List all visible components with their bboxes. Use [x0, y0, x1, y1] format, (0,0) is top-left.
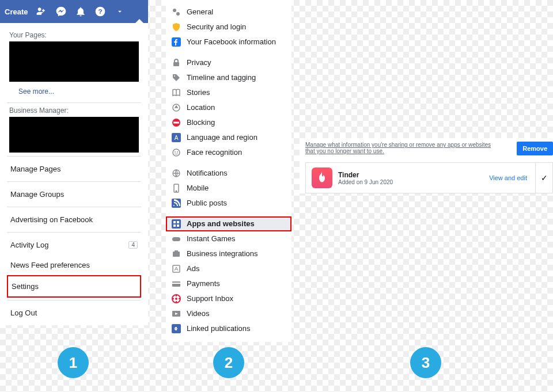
divider	[7, 300, 141, 300]
svg-rect-22	[173, 224, 176, 227]
nav-timeline[interactable]: Timeline and tagging	[166, 70, 291, 85]
svg-rect-25	[173, 252, 180, 257]
step-badge-1: 1	[58, 347, 89, 378]
svg-point-17	[176, 191, 177, 192]
linked-icon	[172, 324, 181, 333]
nav-label: Linked publications	[187, 324, 251, 333]
svg-rect-26	[175, 250, 178, 252]
see-more-link[interactable]: See more...	[7, 85, 141, 100]
nav-face[interactable]: Face recognition	[166, 145, 291, 160]
menu-label: Manage Groups	[10, 190, 64, 199]
app-name: Tinder	[338, 171, 483, 179]
nav-support-inbox[interactable]: Support Inbox	[166, 291, 291, 306]
friend-requests-icon[interactable]	[36, 6, 47, 17]
menu-manage-groups[interactable]: Manage Groups	[7, 184, 141, 204]
nav-linked-publications[interactable]: Linked publications	[166, 321, 291, 336]
nav-label: Your Facebook information	[187, 37, 276, 47]
nav-label: Location	[187, 103, 215, 112]
gears-icon	[172, 7, 181, 17]
svg-point-13	[175, 151, 176, 153]
nav-blocking[interactable]: Blocking	[166, 115, 291, 130]
nav-general[interactable]: General	[166, 5, 291, 20]
nav-label: Timeline and tagging	[187, 73, 256, 82]
video-icon	[172, 309, 181, 318]
nav-business-integrations[interactable]: Business integrations	[166, 246, 291, 261]
app-checkbox[interactable]: ✓	[535, 163, 552, 193]
menu-advertising[interactable]: Advertising on Facebook	[7, 210, 141, 230]
svg-rect-9	[173, 122, 179, 124]
nav-label: Security and login	[187, 22, 246, 32]
create-button[interactable]: Create	[5, 7, 28, 16]
nav-notifications[interactable]: Notifications	[166, 166, 291, 181]
nav-apps-websites[interactable]: Apps and websites	[166, 216, 291, 231]
divider	[7, 156, 141, 157]
topbar: Create ?	[0, 0, 148, 23]
nav-mobile[interactable]: Mobile	[166, 181, 291, 196]
nav-payments[interactable]: Payments	[166, 276, 291, 291]
face-icon	[172, 148, 181, 157]
nav-privacy[interactable]: Privacy	[166, 55, 291, 70]
games-icon	[172, 234, 181, 243]
nav-ads[interactable]: Ads	[166, 261, 291, 276]
nav-label: Privacy	[187, 58, 211, 67]
redacted-business	[9, 117, 139, 153]
svg-point-12	[173, 149, 180, 156]
help-icon[interactable]: ?	[94, 6, 106, 17]
menu-log-out[interactable]: Log Out	[7, 303, 141, 323]
globe-icon	[172, 169, 181, 178]
nav-videos[interactable]: Videos	[166, 306, 291, 321]
block-icon	[172, 118, 181, 127]
biz-icon	[172, 249, 181, 258]
menu-label: Settings	[12, 282, 39, 291]
shield-icon	[172, 22, 181, 32]
dropdown-panel: Create ? Your Pages: See more... Busines…	[0, 0, 148, 325]
svg-text:A: A	[175, 135, 179, 141]
divider	[7, 181, 141, 182]
svg-point-6	[174, 75, 175, 77]
view-edit-link[interactable]: View and edit	[489, 174, 527, 181]
lock-icon	[172, 58, 181, 67]
svg-point-3	[176, 12, 180, 16]
apps-icon	[172, 219, 181, 229]
nav-label: Blocking	[187, 118, 215, 127]
step-badge-3: 3	[410, 347, 441, 378]
divider	[7, 207, 141, 207]
activity-log-badge: 4	[128, 241, 138, 249]
nav-label: Notifications	[187, 169, 228, 178]
menu-settings[interactable]: Settings	[7, 275, 141, 298]
svg-rect-29	[172, 283, 180, 284]
notifications-icon[interactable]	[75, 6, 86, 17]
nav-fb-info[interactable]: Your Facebook information	[166, 35, 291, 50]
messenger-icon[interactable]	[55, 6, 67, 17]
nav-instant-games[interactable]: Instant Games	[166, 231, 291, 246]
nav-stories[interactable]: Stories	[166, 85, 291, 100]
svg-rect-28	[172, 281, 180, 287]
remove-button[interactable]: Remove	[517, 142, 553, 155]
book-icon	[172, 88, 181, 97]
svg-rect-20	[173, 221, 176, 223]
step-badge-2: 2	[213, 347, 244, 378]
svg-rect-24	[172, 237, 180, 241]
menu-manage-pages[interactable]: Manage Pages	[7, 159, 141, 179]
nav-label: Language and region	[187, 133, 257, 142]
divider	[7, 232, 141, 233]
apps-header: Manage what information you're sharing o…	[300, 138, 553, 162]
menu-activity-log[interactable]: Activity Log 4	[7, 235, 141, 255]
menu-label: Advertising on Facebook	[10, 215, 93, 224]
nav-language[interactable]: ALanguage and region	[166, 130, 291, 145]
tinder-icon	[312, 168, 332, 188]
nav-label: Payments	[187, 279, 220, 288]
account-dropdown: Your Pages: See more... Business Manager…	[0, 23, 148, 325]
svg-text:?: ?	[99, 7, 103, 15]
app-meta: Tinder Added on 9 Jun 2020	[338, 171, 483, 185]
account-menu-arrow-icon[interactable]	[114, 6, 126, 17]
nav-label: Business integrations	[187, 249, 258, 258]
rss-icon	[172, 199, 181, 208]
nav-location[interactable]: Location	[166, 100, 291, 115]
nav-label: Mobile	[187, 184, 209, 193]
nav-public-posts[interactable]: Public posts	[166, 196, 291, 211]
nav-security[interactable]: Security and login	[166, 20, 291, 35]
menu-news-feed-prefs[interactable]: News Feed preferences	[7, 255, 141, 275]
nav-label: General	[187, 7, 213, 17]
svg-point-14	[177, 151, 178, 153]
